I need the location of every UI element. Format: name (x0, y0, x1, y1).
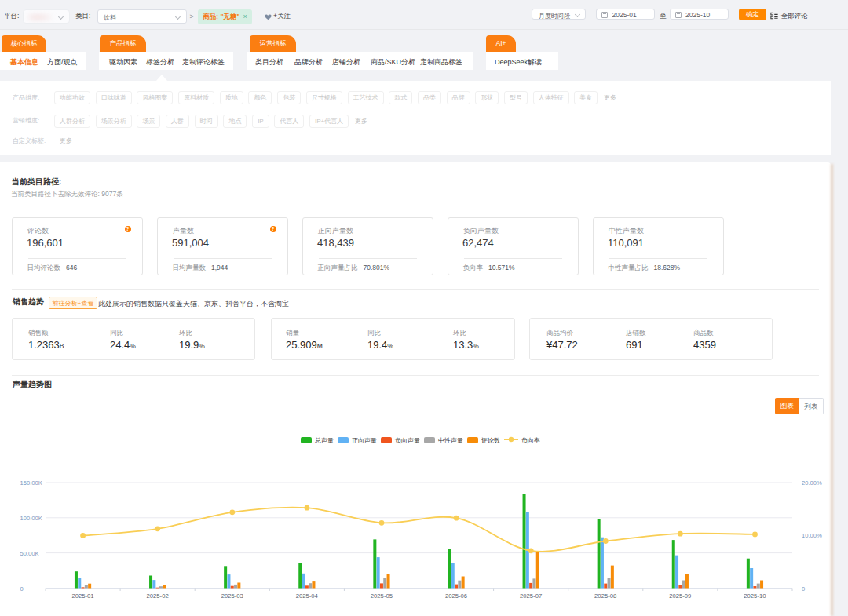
svg-text:2025-10: 2025-10 (744, 592, 766, 600)
svg-text:150.00K: 150.00K (20, 479, 42, 487)
svg-text:2025-04: 2025-04 (296, 592, 319, 600)
svg-text:2025-06: 2025-06 (445, 592, 467, 600)
svg-text:20.00%: 20.00% (802, 479, 822, 487)
svg-text:10.00%: 10.00% (802, 532, 822, 539)
svg-text:100.00K: 100.00K (20, 515, 42, 522)
svg-text:0: 0 (20, 585, 24, 592)
svg-text:2025-08: 2025-08 (594, 592, 616, 600)
svg-text:2025-09: 2025-09 (669, 592, 691, 600)
svg-text:2025-07: 2025-07 (520, 592, 542, 600)
svg-text:2025-02: 2025-02 (146, 592, 168, 600)
svg-text:2025-03: 2025-03 (221, 592, 243, 600)
svg-text:2025-05: 2025-05 (371, 592, 393, 600)
svg-text:2025-01: 2025-01 (71, 592, 93, 600)
svg-text:50.00K: 50.00K (20, 550, 39, 557)
svg-text:0: 0 (802, 585, 805, 592)
